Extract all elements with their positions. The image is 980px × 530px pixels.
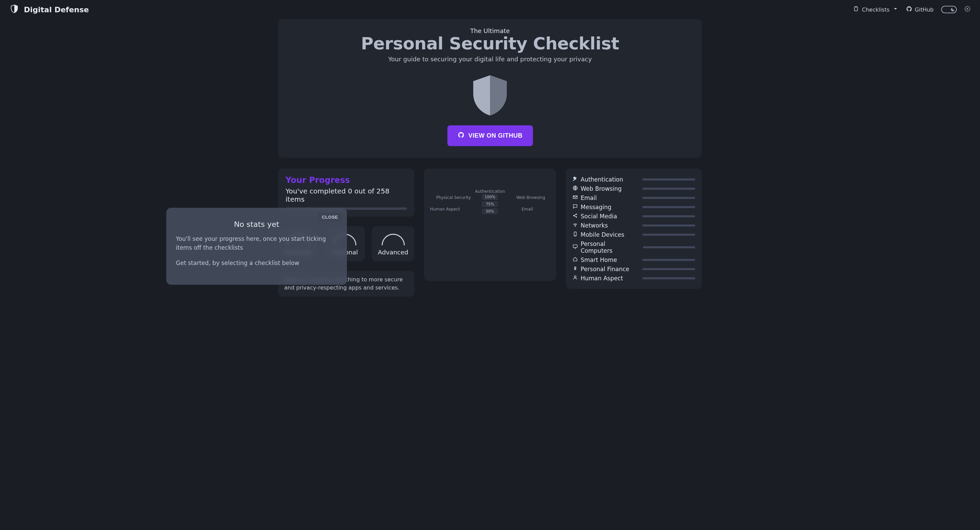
category-progress-bar — [642, 224, 695, 227]
radar-label-human-aspect: Human Aspect — [430, 207, 460, 211]
category-row-authentication[interactable]: Authentication — [573, 175, 695, 184]
category-name: Messaging — [581, 204, 611, 211]
key-icon — [573, 176, 578, 183]
chevron-down-icon — [892, 6, 899, 13]
category-name: Networks — [581, 222, 608, 229]
nav-github[interactable]: GitHub — [906, 6, 934, 13]
progress-text: You've completed 0 out of 258 items — [286, 187, 407, 203]
category-name: Personal Finance — [581, 266, 629, 273]
radar-ring-label: 100% — [482, 195, 498, 200]
nav-label: GitHub — [915, 6, 934, 13]
view-on-github-button[interactable]: VIEW ON GITHUB — [447, 125, 533, 146]
svg-point-12 — [574, 276, 576, 277]
category-progress-bar — [642, 277, 695, 279]
category-row-social-media[interactable]: Social Media — [573, 211, 695, 221]
site-title: Digital Defense — [24, 5, 89, 14]
hero-subtitle: Your guide to securing your digital life… — [278, 56, 702, 63]
category-row-messaging[interactable]: Messaging — [573, 202, 695, 211]
category-name: Authentication — [581, 176, 623, 183]
category-row-personal-computers[interactable]: Personal Computers — [573, 239, 695, 255]
envelope-icon — [573, 195, 578, 201]
progress-title: Your Progress — [286, 175, 407, 185]
category-progress-bar — [642, 259, 695, 261]
category-name: Social Media — [581, 213, 617, 220]
category-progress-bar — [642, 178, 695, 181]
radar-label-physical-security: Physical Security — [436, 195, 471, 200]
github-icon — [458, 132, 465, 140]
radar-ring-label: 75% — [482, 202, 498, 207]
shield-icon — [470, 74, 510, 116]
svg-rect-1 — [855, 6, 857, 8]
category-name: Mobile Devices — [581, 231, 624, 238]
share-icon — [573, 213, 578, 220]
no-stats-modal: CLOSE No stats yet You'll see your progr… — [166, 208, 347, 285]
category-row-human-aspect[interactable]: Human Aspect — [573, 273, 695, 283]
category-progress-bar — [642, 215, 695, 217]
radar-card: Authentication Web Browsing Email Physic… — [424, 168, 556, 281]
category-name: Human Aspect — [581, 275, 623, 282]
category-row-networks[interactable]: Networks — [573, 221, 695, 230]
phone-icon — [573, 231, 578, 238]
category-progress-bar — [642, 234, 695, 236]
radar-ring-label: 50% — [482, 209, 498, 214]
category-name: Email — [581, 195, 597, 201]
category-progress-bar — [642, 268, 695, 270]
theme-toggle[interactable] — [941, 6, 957, 13]
svg-point-8 — [575, 226, 576, 227]
modal-text: Get started, by selecting a checklist be… — [176, 259, 337, 268]
tier-name: Advanced — [378, 249, 408, 256]
category-progress-bar — [642, 206, 695, 208]
category-name: Web Browsing — [581, 185, 622, 192]
logo-group[interactable]: Digital Defense — [10, 4, 89, 15]
category-row-personal-finance[interactable]: Personal Finance — [573, 264, 695, 273]
modal-title: No stats yet — [176, 220, 337, 229]
button-label: VIEW ON GITHUB — [469, 132, 523, 139]
hero-eyebrow: The Ultimate — [278, 27, 702, 34]
category-name: Personal Computers — [581, 240, 638, 254]
shield-icon — [10, 4, 19, 15]
user-icon — [573, 275, 578, 282]
wifi-icon — [573, 222, 578, 229]
chat-icon — [573, 204, 578, 211]
category-row-smart-home[interactable]: Smart Home — [573, 255, 695, 264]
category-row-mobile-devices[interactable]: Mobile Devices — [573, 230, 695, 239]
settings-icon[interactable] — [964, 6, 970, 13]
category-row-web-browsing[interactable]: Web Browsing — [573, 184, 695, 193]
radar-label-email: Email — [522, 207, 533, 211]
category-row-email[interactable]: Email — [573, 193, 695, 202]
radar-label-web-browsing: Web Browsing — [516, 195, 545, 200]
category-progress-bar — [642, 197, 695, 199]
svg-point-10 — [575, 235, 575, 235]
svg-rect-11 — [573, 244, 577, 247]
tier-card-advanced[interactable]: Advanced — [372, 226, 414, 261]
svg-rect-0 — [854, 7, 858, 11]
moon-icon — [950, 7, 956, 12]
nav-label: Checklists — [862, 6, 889, 13]
nav-checklists[interactable]: Checklists — [853, 6, 898, 13]
dollar-icon — [573, 266, 578, 273]
gauge-icon — [380, 232, 407, 247]
radar-label-authentication: Authentication — [475, 189, 505, 194]
category-progress-bar — [642, 188, 695, 190]
globe-icon — [573, 185, 578, 192]
hero: The Ultimate Personal Security Checklist… — [278, 19, 702, 158]
clipboard-icon — [853, 6, 859, 13]
svg-point-2 — [967, 8, 969, 10]
desktop-icon — [573, 244, 578, 251]
close-button[interactable]: CLOSE — [318, 213, 342, 222]
modal-text: You'll see your progress here, once you … — [176, 235, 337, 252]
hero-title: Personal Security Checklist — [278, 34, 702, 54]
category-progress-bar — [643, 246, 695, 248]
category-name: Smart Home — [581, 257, 617, 263]
categories-card: Authentication Web Browsing Email Messag… — [566, 168, 702, 289]
home-icon — [573, 257, 578, 263]
github-icon — [906, 6, 912, 13]
